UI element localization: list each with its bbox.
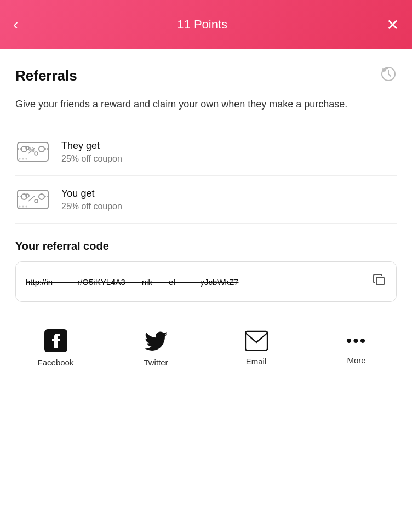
- email-icon: [245, 330, 268, 351]
- email-share[interactable]: Email: [206, 330, 306, 366]
- share-section: Facebook Twitter Email ••• More: [0, 307, 412, 384]
- more-icon: •••: [346, 331, 367, 350]
- facebook-label: Facebook: [38, 358, 74, 367]
- referral-description: Give your friends a reward and claim you…: [15, 97, 397, 112]
- referral-code-box: http://in r/O5iKYL4A3 nik ef yJcbWkZ7: [15, 261, 397, 302]
- more-share[interactable]: ••• More: [306, 331, 407, 365]
- email-label: Email: [246, 357, 267, 366]
- twitter-label: Twitter: [144, 358, 168, 367]
- svg-point-6: [19, 158, 21, 160]
- more-label: More: [347, 356, 365, 365]
- referral-code-section: Your referral code http://in r/O5iKYL4A3…: [15, 240, 397, 302]
- coupon-icon-they: %: [15, 138, 50, 165]
- referral-url: http://in r/O5iKYL4A3 nik ef yJcbWkZ7: [26, 277, 367, 287]
- svg-point-14: [19, 206, 21, 208]
- svg-point-11: [39, 194, 44, 199]
- svg-rect-17: [376, 277, 384, 285]
- back-button[interactable]: ‹: [13, 16, 18, 33]
- facebook-icon: [44, 329, 67, 352]
- svg-point-2: [39, 146, 44, 152]
- you-get-title: You get: [61, 188, 122, 199]
- referral-code-title: Your referral code: [15, 240, 397, 253]
- facebook-share[interactable]: Facebook: [5, 329, 106, 367]
- svg-point-8: [26, 158, 27, 160]
- they-get-subtitle: 25% off coupon: [61, 154, 122, 164]
- svg-point-13: [35, 199, 38, 203]
- you-get-text: You get 25% off coupon: [61, 188, 122, 211]
- they-get-text: They get 25% off coupon: [61, 140, 122, 164]
- svg-rect-9: [18, 190, 48, 209]
- section-header: Referrals: [15, 66, 397, 86]
- twitter-icon: [145, 329, 168, 352]
- svg-rect-19: [245, 331, 267, 350]
- close-button[interactable]: ✕: [386, 16, 399, 34]
- history-icon[interactable]: [380, 66, 397, 86]
- svg-point-16: [26, 206, 27, 208]
- they-get-title: They get: [61, 140, 122, 152]
- referral-url-text: http://in r/O5iKYL4A3 nik ef yJcbWkZ7: [26, 277, 238, 287]
- copy-button[interactable]: [372, 273, 386, 290]
- header-title: 11 Points: [177, 18, 227, 32]
- they-get-item: % They get 25% off coupon: [15, 128, 397, 176]
- svg-point-5: [35, 152, 38, 155]
- app-header: ‹ 11 Points ✕: [0, 0, 412, 49]
- svg-point-15: [22, 206, 24, 208]
- coupon-icon-you: [15, 186, 50, 213]
- you-get-item: You get 25% off coupon: [15, 176, 397, 224]
- section-title: Referrals: [15, 67, 77, 84]
- main-content: Referrals Give your friends a reward and…: [0, 49, 412, 302]
- you-get-subtitle: 25% off coupon: [61, 202, 122, 211]
- twitter-share[interactable]: Twitter: [106, 329, 206, 367]
- svg-point-7: [22, 158, 24, 160]
